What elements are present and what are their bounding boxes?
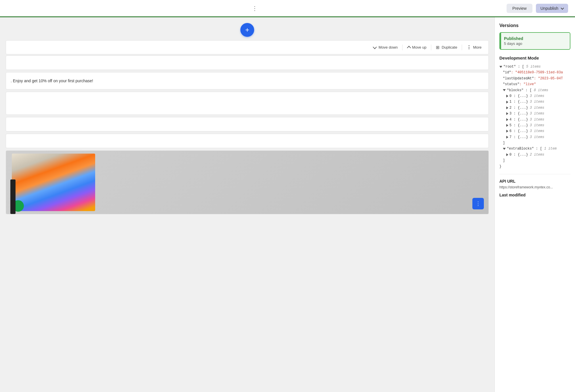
json-row-extrablocks: "extraBlocks" : [ 1 item (499, 146, 570, 152)
block-options-button[interactable]: ⋮ (472, 198, 484, 209)
move-down-button[interactable]: Move down (371, 44, 400, 51)
sidebar: Versions Published 5 days ago Developmen… (494, 17, 575, 392)
artwork-image (12, 154, 95, 211)
block-options-icon: ⋮ (476, 200, 481, 207)
content-block-image: ⋮ (6, 150, 489, 214)
duplicate-icon: ⊞ (436, 45, 440, 50)
content-block-3 (6, 117, 489, 131)
unpublish-button[interactable]: Unpublish (536, 4, 568, 13)
version-status: Published (504, 36, 566, 41)
json-row-status: "status" : "live" (499, 81, 570, 87)
block6-expand-icon[interactable] (506, 130, 508, 133)
move-down-icon (373, 45, 377, 49)
duplicate-button[interactable]: ⊞ Duplicate (434, 44, 459, 51)
block7-expand-icon[interactable] (506, 136, 508, 139)
device-frame (10, 179, 16, 214)
json-row-extrablock0: 0 : {...} 2 items (499, 152, 570, 158)
block3-expand-icon[interactable] (506, 112, 508, 115)
move-up-icon (407, 46, 411, 50)
toolbar-separator-1 (402, 45, 402, 50)
json-row-close-blocks: ] (499, 140, 570, 146)
json-row-block3: 3 : {...} 3 items (499, 111, 570, 116)
more-icon: ⋮ (467, 45, 471, 50)
more-options-icon[interactable]: ⋮ (252, 5, 258, 12)
root-collapse-icon[interactable] (499, 66, 502, 68)
json-row-block7: 7 : {...} 3 items (499, 134, 570, 140)
json-row-lastupdated: "lastUpdatedAt" : "2023-05-04T (499, 76, 570, 81)
more-button[interactable]: ⋮ More (464, 43, 484, 51)
move-up-button[interactable]: Move up (405, 44, 429, 51)
main-layout: + Move down Move up ⊞ Duplicate ⋮ More (0, 17, 575, 392)
content-block-4 (6, 134, 489, 148)
json-row-blocks: "blocks" : [ 8 items (499, 87, 570, 93)
block2-expand-icon[interactable] (506, 106, 508, 109)
toolbar-separator-2 (431, 45, 431, 50)
add-block-button[interactable]: + (240, 23, 254, 37)
block0-expand-icon[interactable] (506, 95, 508, 97)
json-tree: "root" : [ 5 items "id" : "405118e9-7509… (499, 64, 570, 169)
api-url-title: API URL (499, 179, 570, 183)
block-toolbar: Move down Move up ⊞ Duplicate ⋮ More (6, 40, 489, 54)
json-row-block0: 0 : {...} 3 items (499, 93, 570, 99)
versions-title: Versions (499, 23, 570, 28)
json-row-id: "id" : "405118e9-7509-11ed-83a (499, 70, 570, 75)
json-row-block2: 2 : {...} 3 items (499, 105, 570, 111)
version-card[interactable]: Published 5 days ago (499, 32, 570, 50)
json-row-block4: 4 : {...} 3 items (499, 117, 570, 123)
content-block-text: . Enjoy and get 10% off on your first pu… (6, 72, 489, 89)
preview-button[interactable]: Preview (507, 4, 532, 13)
extrablock0-expand-icon[interactable] (506, 153, 508, 156)
toolbar-separator-3 (462, 45, 462, 50)
extrablocks-collapse-icon[interactable] (503, 148, 506, 150)
json-row-block5: 5 : {...} 3 items (499, 123, 570, 128)
image-placeholder (6, 151, 488, 214)
json-row-block1: 1 : {...} 3 items (499, 99, 570, 105)
version-time: 5 days ago (504, 41, 566, 46)
json-row-close-root: } (499, 164, 570, 169)
unpublish-chevron-icon (561, 6, 564, 9)
add-block-row: + (6, 23, 489, 37)
dev-mode-title: Development Mode (499, 56, 570, 60)
json-row-close-extrablocks: ] (499, 158, 570, 163)
content-block-1 (6, 56, 489, 70)
blocks-collapse-icon[interactable] (503, 89, 506, 91)
api-url-value: https://storeframework.myvtex.co... (499, 185, 570, 189)
block5-expand-icon[interactable] (506, 124, 508, 127)
last-modified-title: Last modified (499, 193, 570, 197)
top-bar: ⋮ Preview Unpublish (0, 0, 575, 17)
json-row-root: "root" : [ 5 items (499, 64, 570, 70)
sidebar-divider-1 (499, 174, 570, 174)
editor-area: + Move down Move up ⊞ Duplicate ⋮ More (0, 17, 494, 392)
block4-expand-icon[interactable] (506, 118, 508, 121)
block1-expand-icon[interactable] (506, 101, 508, 104)
json-row-block6: 6 : {...} 3 items (499, 128, 570, 134)
content-block-2 (6, 92, 489, 115)
